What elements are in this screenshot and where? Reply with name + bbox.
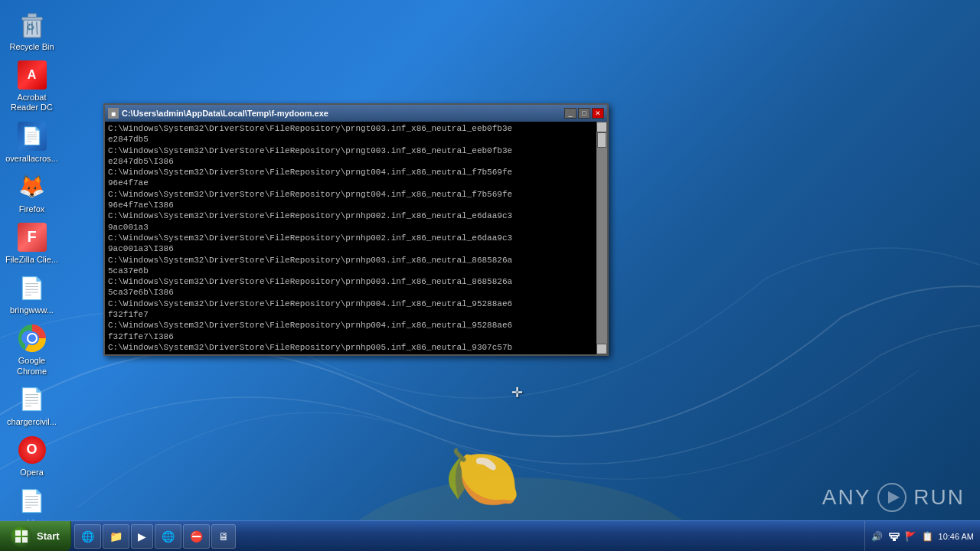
svg-rect-4 [28,14,36,18]
cmd-line-2: e2847db5 [108,134,592,145]
cmd-scrollbar[interactable]: ▲ ▼ [596,122,607,354]
start-orb-icon [11,526,32,547]
cmd-window-icon: ■ [108,108,119,119]
cmd-window: ■ C:\Users\admin\AppData\Local\Temp\f-my… [103,103,609,356]
cmd-line-11: C:\Windows\System32\DriverStore\FileRepo… [108,233,592,243]
firefox-label: Firefox [19,204,45,214]
svg-point-0 [329,478,712,520]
recycle-bin-label: Recycle Bin [9,42,54,52]
start-label: Start [37,530,60,542]
svg-rect-19 [22,530,28,536]
overallacros-label: overallacros... [5,154,57,164]
cmd-window-controls: _ □ ✕ [564,108,604,119]
desktop-icon-opera[interactable]: O Opera [3,432,60,481]
bringwww-label: bringwww... [10,305,54,315]
cmd-scroll-up-button[interactable]: ▲ [596,122,607,132]
cmd-maximize-button[interactable]: □ [578,108,590,119]
cmd-line-7: C:\Windows\System32\DriverStore\FileRepo… [108,189,592,200]
desktop-icon-bringwww[interactable]: 📄 bringwww... [3,269,60,318]
svg-rect-3 [21,18,42,21]
cmd-line-13: C:\Windows\System32\DriverStore\FileRepo… [108,255,592,266]
taskbar-items: 🌐 📁 ▶ 🌐 ⛔ 🖥 [71,521,864,551]
cmd-line-20: f32f1fe7\I386 [108,331,592,342]
cmd-line-14: 5ca37e6b [108,266,592,276]
taskbar: Start 🌐 📁 ▶ 🌐 ⛔ [0,520,980,551]
anyrun-watermark: ANY RUN [822,482,965,513]
desktop-decoration: 🍋 [444,441,521,513]
desktop-icon-acrobat[interactable]: A AcrobatReader DC [3,57,60,116]
desktop-icon-recycle-bin[interactable]: ♻ Recycle Bin [3,6,60,55]
cmd-scroll-down-button[interactable]: ▼ [596,344,607,354]
desktop-icon-firefox[interactable]: 🦊 Firefox [3,168,60,217]
tray-action-center-icon[interactable]: 📋 [922,530,934,543]
cmd-scroll-thumb[interactable] [597,132,606,148]
anyrun-text: ANY [822,485,871,510]
taskbar-screen-icon: 🖥 [218,530,229,543]
svg-marker-17 [888,491,900,504]
taskbar-item-antivirus[interactable]: ⛔ [183,524,210,549]
taskbar-chrome-icon: 🌐 [162,530,175,543]
desktop-icon-google-chrome[interactable]: GoogleChrome [3,320,60,379]
desktop: 🍋 ✛ ♻ Recycle Bin [0,0,980,551]
opera-icon: O [17,435,47,465]
taskbar-ie-icon: 🌐 [81,530,94,543]
enadd-icon: 📄 [17,485,47,516]
start-button[interactable]: Start [0,521,71,551]
desktop-icons-column: ♻ Recycle Bin A AcrobatReader DC 📄 overa… [0,0,64,551]
cmd-line-12: 9ac001a3\I386 [108,243,592,254]
firefox-icon: 🦊 [17,171,47,202]
taskbar-item-mediaplayer[interactable]: ▶ [131,524,153,549]
cmd-line-16: 5ca37e6b\I386 [108,287,592,298]
filezilla-icon: F [17,222,47,253]
chargercivil-icon: 📄 [17,384,47,415]
cmd-line-18: f32f1fe7 [108,309,592,320]
cursor: ✛ [511,384,523,401]
cmd-scroll-track [596,132,607,344]
cmd-line-17: C:\Windows\System32\DriverStore\FileRepo… [108,298,592,309]
desktop-icon-filezilla[interactable]: F FileZilla Clie... [3,219,60,268]
taskbar-tray: 🔊 🚩 📋 10:46 AM [864,521,980,551]
taskbar-clock[interactable]: 10:46 AM [939,532,974,541]
cmd-line-15: C:\Windows\System32\DriverStore\FileRepo… [108,276,592,287]
svg-point-11 [28,334,36,342]
svg-rect-20 [15,537,21,543]
cmd-output: C:\Windows\System32\DriverStore\FileRepo… [108,123,592,354]
filezilla-label: FileZilla Clie... [5,255,58,265]
cmd-minimize-button[interactable]: _ [564,108,577,119]
cmd-line-10: 9ac001a3 [108,222,592,233]
acrobat-label: AcrobatReader DC [11,93,53,112]
chargercivil-label: chargercivil... [7,417,57,427]
overallacros-icon: 📄 [17,121,47,152]
cmd-line-8: 96e4f7ae\I386 [108,200,592,210]
taskbar-item-screen[interactable]: 🖥 [211,524,236,549]
bringwww-icon: 📄 [17,272,47,303]
anyrun-text-2: RUN [913,485,965,510]
taskbar-item-ie[interactable]: 🌐 [74,524,101,549]
taskbar-item-explorer[interactable]: 📁 [103,524,129,549]
cmd-line-5: C:\Windows\System32\DriverStore\FileRepo… [108,167,592,178]
chrome-label: GoogleChrome [17,356,47,376]
svg-line-7 [36,21,37,34]
chrome-icon [17,323,47,354]
tray-flag-icon[interactable]: 🚩 [905,530,917,543]
cmd-line-6: 96e4f7ae [108,178,592,188]
cmd-line-9: C:\Windows\System32\DriverStore\FileRepo… [108,210,592,221]
cmd-titlebar: ■ C:\Users\admin\AppData\Local\Temp\f-my… [105,105,607,122]
taskbar-item-chrome[interactable]: 🌐 [155,524,181,549]
cmd-line-1: C:\Windows\System32\DriverStore\FileRepo… [108,123,592,134]
tray-network-icon[interactable] [888,530,900,543]
taskbar-antivirus-icon: ⛔ [190,530,203,543]
cmd-close-button[interactable]: ✕ [592,108,604,119]
recycle-bin-icon: ♻ [17,9,47,40]
desktop-icon-overallacros[interactable]: 📄 overallacros... [3,118,60,167]
anyrun-logo-icon [877,482,907,513]
svg-rect-18 [15,530,21,536]
tray-volume-icon[interactable]: 🔊 [871,530,884,543]
cmd-line-3: C:\Windows\System32\DriverStore\FileRepo… [108,145,592,156]
desktop-icon-chargercivil[interactable]: 📄 chargercivil... [3,381,60,430]
cmd-line-22: 91a7985e [108,353,592,354]
cmd-line-19: C:\Windows\System32\DriverStore\FileRepo… [108,320,592,331]
cmd-line-4: e2847db5\I386 [108,156,592,167]
cmd-body: C:\Windows\System32\DriverStore\FileRepo… [105,122,607,354]
taskbar-explorer-icon: 📁 [109,530,122,543]
